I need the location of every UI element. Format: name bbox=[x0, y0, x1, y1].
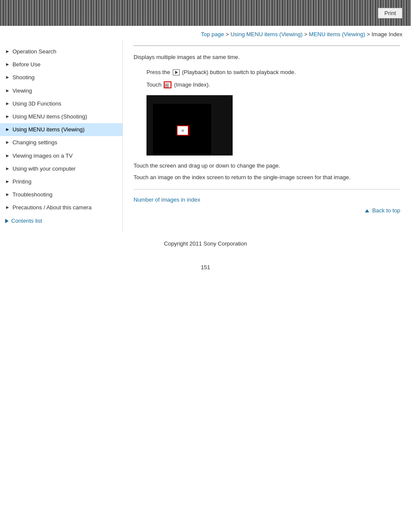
touch-instruction2: Touch an image on the index screen to re… bbox=[134, 173, 400, 182]
sidebar-item-label: Using 3D Functions bbox=[12, 100, 61, 108]
back-to-top-area: Back to top bbox=[134, 205, 400, 216]
arrow-icon: ► bbox=[5, 87, 10, 94]
page-number: 151 bbox=[201, 264, 210, 271]
sidebar-item-label: Changing settings bbox=[12, 139, 57, 146]
sidebar-item-label: Viewing images on a TV bbox=[12, 152, 73, 160]
black-bar-top bbox=[153, 95, 211, 104]
center-icon-box bbox=[177, 125, 189, 136]
breadcrumb-separator3: > bbox=[367, 31, 371, 37]
sidebar-item-using-with-computer[interactable]: ► Using with your computer bbox=[0, 162, 122, 175]
bottom-rule bbox=[134, 189, 400, 190]
sidebar-item-label: Using MENU items (Viewing) bbox=[12, 126, 84, 134]
breadcrumb-top-page[interactable]: Top page bbox=[201, 31, 224, 37]
sidebar-item-label: Troubleshooting bbox=[12, 191, 53, 199]
back-to-top-link[interactable]: Back to top bbox=[365, 207, 400, 214]
top-rule bbox=[134, 45, 400, 46]
touch-instruction1: Touch the screen and drag up or down to … bbox=[134, 162, 400, 171]
sidebar-item-before-use[interactable]: ► Before Use bbox=[0, 58, 122, 71]
step1-suffix: (Playback) button to switch to playback … bbox=[182, 69, 296, 75]
print-button[interactable]: Print bbox=[378, 8, 402, 19]
arrow-icon: ► bbox=[5, 100, 10, 107]
step1: Press the (Playback) button to switch to… bbox=[146, 68, 400, 77]
back-to-top-triangle-icon bbox=[365, 209, 369, 212]
content-area: Displays multiple images at the same tim… bbox=[123, 41, 411, 232]
arrow-icon: ► bbox=[5, 191, 10, 198]
back-to-top-label: Back to top bbox=[372, 207, 400, 214]
arrow-icon: ► bbox=[5, 139, 10, 146]
sidebar-item-operation-search[interactable]: ► Operation Search bbox=[0, 45, 122, 58]
breadcrumb-separator1: > bbox=[226, 31, 230, 37]
sidebar-item-using-menu-shooting[interactable]: ► Using MENU items (Shooting) bbox=[0, 110, 122, 123]
sidebar-item-label: Printing bbox=[12, 178, 31, 186]
sidebar-item-label: Before Use bbox=[12, 61, 40, 68]
playback-icon bbox=[173, 69, 180, 75]
sidebar-item-changing-settings[interactable]: ► Changing settings bbox=[0, 136, 122, 149]
page-number-area: 151 bbox=[0, 260, 411, 275]
arrow-icon: ► bbox=[5, 165, 10, 172]
screenshot-image bbox=[146, 95, 233, 156]
arrow-right-icon bbox=[5, 219, 9, 223]
breadcrumb-separator2: > bbox=[304, 31, 309, 37]
sidebar: ► Operation Search ► Before Use ► Shooti… bbox=[0, 41, 123, 232]
arrow-icon: ► bbox=[5, 152, 10, 159]
arrow-icon: ► bbox=[5, 48, 10, 55]
arrow-icon: ► bbox=[5, 204, 10, 211]
sidebar-item-precautions[interactable]: ► Precautions / About this camera bbox=[0, 201, 122, 214]
sidebar-item-label: Using with your computer bbox=[12, 165, 76, 173]
main-layout: ► Operation Search ► Before Use ► Shooti… bbox=[0, 41, 411, 232]
header-bar: Print bbox=[0, 0, 411, 26]
step2: Touch (Image Index). bbox=[146, 81, 400, 90]
sidebar-item-label: Shooting bbox=[12, 74, 34, 81]
sidebar-item-label: Using MENU items (Shooting) bbox=[12, 113, 87, 121]
step2-prefix: Touch bbox=[146, 81, 162, 88]
breadcrumb-image-index: Image Index bbox=[371, 31, 402, 37]
black-bar-left bbox=[146, 95, 153, 156]
contents-list-link[interactable]: Contents list bbox=[0, 214, 122, 227]
sidebar-item-using-menu-viewing[interactable]: ► Using MENU items (Viewing) bbox=[0, 123, 122, 136]
copyright-text: Copyright 2011 Sony Corporation bbox=[164, 240, 247, 247]
sidebar-item-label: Viewing bbox=[12, 87, 32, 95]
contents-list-label: Contents list bbox=[11, 218, 42, 224]
sidebar-item-label: Operation Search bbox=[12, 48, 56, 56]
black-bar-right bbox=[211, 95, 233, 156]
sidebar-item-shooting[interactable]: ► Shooting bbox=[0, 71, 122, 84]
copyright-area: Copyright 2011 Sony Corporation bbox=[0, 232, 411, 260]
sidebar-item-printing[interactable]: ► Printing bbox=[0, 175, 122, 188]
screenshot-container bbox=[146, 95, 400, 156]
sidebar-item-label: Precautions / About this camera bbox=[12, 204, 92, 212]
arrow-icon: ► bbox=[5, 126, 10, 133]
breadcrumb-using-menu-viewing[interactable]: Using MENU items (Viewing) bbox=[230, 31, 302, 37]
arrow-icon: ► bbox=[5, 74, 10, 81]
breadcrumb-menu-items-viewing[interactable]: MENU items (Viewing) bbox=[309, 31, 365, 37]
arrow-icon: ► bbox=[5, 113, 10, 120]
arrow-icon: ► bbox=[5, 61, 10, 68]
image-index-icon bbox=[164, 81, 171, 88]
step2-suffix: (Image Index). bbox=[174, 81, 210, 88]
sidebar-item-using-3d-functions[interactable]: ► Using 3D Functions bbox=[0, 97, 122, 110]
arrow-icon: ► bbox=[5, 178, 10, 185]
page-description: Displays multiple images at the same tim… bbox=[134, 53, 400, 62]
sidebar-item-viewing-images-tv[interactable]: ► Viewing images on a TV bbox=[0, 149, 122, 162]
sidebar-item-viewing[interactable]: ► Viewing bbox=[0, 84, 122, 97]
step1-prefix: Press the bbox=[146, 69, 170, 75]
breadcrumb: Top page > Using MENU items (Viewing) > … bbox=[0, 26, 411, 41]
sidebar-item-troubleshooting[interactable]: ► Troubleshooting bbox=[0, 188, 122, 201]
number-of-images-link[interactable]: Number of images in index bbox=[134, 195, 400, 205]
